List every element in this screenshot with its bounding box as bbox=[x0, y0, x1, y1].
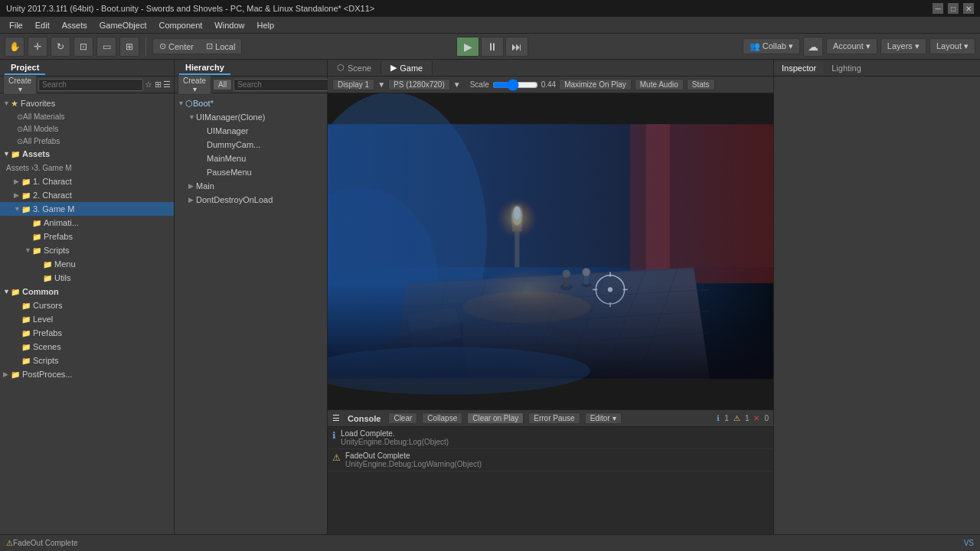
play-controls: ▶ ⏸ ⏭ bbox=[456, 37, 528, 57]
common-scripts[interactable]: 📁 Scripts bbox=[0, 354, 174, 367]
step-button[interactable]: ⏭ bbox=[505, 37, 528, 57]
inspector-content bbox=[774, 77, 980, 551]
project-tab[interactable]: Project bbox=[5, 61, 45, 75]
hierarchy-dummycam[interactable]: DummyCam... bbox=[175, 138, 327, 152]
maximize-button[interactable]: □ bbox=[948, 3, 959, 14]
project-search-input[interactable] bbox=[38, 79, 143, 91]
scene-tab[interactable]: ⬡ Scene bbox=[328, 61, 381, 74]
vs-icon: VS bbox=[964, 539, 974, 547]
assets-section-header[interactable]: ▼ 📁 Assets bbox=[0, 147, 174, 161]
assets-menu[interactable]: 📁 Menu bbox=[0, 257, 174, 271]
scale-slider[interactable] bbox=[492, 79, 538, 91]
resolution-button[interactable]: PS (980x551) bbox=[388, 79, 450, 90]
hierarchy-all-button[interactable]: All bbox=[213, 79, 232, 90]
assets-utils[interactable]: 📁 Utils bbox=[0, 271, 174, 285]
minimize-button[interactable]: ─ bbox=[933, 3, 943, 14]
common-scenes[interactable]: 📁 Scenes bbox=[0, 340, 174, 354]
hierarchy-dontdestroy[interactable]: ▶ DontDestroyOnLoad bbox=[175, 193, 327, 207]
close-button[interactable]: ✕ bbox=[963, 3, 974, 14]
lighting-tab[interactable]: Lighting bbox=[824, 62, 869, 74]
layout-dropdown[interactable]: Layout ▾ bbox=[929, 38, 975, 54]
common-cursors[interactable]: 📁 Cursors bbox=[0, 298, 174, 312]
hierarchy-tab[interactable]: Hierarchy bbox=[179, 61, 230, 75]
move-tool-button[interactable]: ✛ bbox=[28, 37, 47, 57]
assets-prefabs[interactable]: 📁 Prefabs bbox=[0, 230, 174, 243]
error-pause-button[interactable]: Error Pause bbox=[528, 412, 580, 424]
hand-tool-button[interactable]: ✋ bbox=[5, 37, 24, 57]
fav-all-materials[interactable]: ⊙ All Materials bbox=[0, 110, 174, 122]
fav-all-prefabs[interactable]: ⊙ All Prefabs bbox=[0, 135, 174, 147]
hierarchy-uimanager-clone[interactable]: ▼ UIManager(Clone) bbox=[175, 110, 327, 124]
menu-edit[interactable]: Edit bbox=[29, 19, 56, 31]
clear-button[interactable]: Clear bbox=[388, 412, 417, 424]
entry0-message: Load Complete. bbox=[341, 429, 449, 438]
editor-dropdown-button[interactable]: Editor ▾ bbox=[585, 412, 622, 424]
favorites-header[interactable]: ▼ ★ Favorites bbox=[0, 96, 174, 110]
layers-dropdown[interactable]: Layers ▾ bbox=[880, 38, 926, 54]
assets-scripts[interactable]: ▼ 📁 Scripts bbox=[0, 243, 174, 257]
rotate-tool-button[interactable]: ↻ bbox=[51, 37, 70, 57]
center-label: Center bbox=[168, 42, 194, 51]
display-button[interactable]: Display 1 bbox=[332, 79, 374, 90]
inspector-tab[interactable]: Inspector bbox=[774, 62, 824, 74]
scene-game-console: ⬡ Scene ▶ Game Display 1 ▼ PS (980x551)… bbox=[328, 60, 773, 551]
assets-1charact[interactable]: ▶ 📁 1. Charact bbox=[0, 174, 174, 188]
console-entry-1[interactable]: ⚠ FadeOut Complete UnityEngine.Debug:Log… bbox=[328, 449, 773, 471]
clear-on-play-button[interactable]: Clear on Play bbox=[467, 412, 524, 424]
collab-button[interactable]: 👥 Collab ▾ bbox=[743, 38, 800, 54]
menu-file[interactable]: File bbox=[3, 19, 29, 31]
scripts-folder-icon: 📁 bbox=[32, 246, 41, 255]
pause-button[interactable]: ⏸ bbox=[481, 37, 504, 57]
menu-component[interactable]: Component bbox=[152, 19, 208, 31]
project-tool-2[interactable]: ⊞ bbox=[154, 78, 162, 92]
maximize-on-play-button[interactable]: Maximize On Play bbox=[559, 79, 632, 90]
hierarchy-search-input[interactable] bbox=[234, 79, 338, 91]
menu-assets[interactable]: Assets bbox=[56, 19, 93, 31]
hierarchy-main[interactable]: ▶ Main bbox=[175, 179, 327, 193]
project-tool-1[interactable]: ☆ bbox=[145, 78, 152, 92]
local-icon: ⊡ bbox=[206, 41, 213, 51]
info-icon: ℹ bbox=[717, 414, 720, 422]
collapse-button[interactable]: Collapse bbox=[422, 412, 462, 424]
center-button[interactable]: ⊙ Center bbox=[153, 39, 200, 54]
hierarchy-mainmenu[interactable]: MainMenu bbox=[175, 152, 327, 165]
mute-audio-button[interactable]: Mute Audio bbox=[635, 79, 684, 90]
stats-button[interactable]: Stats bbox=[687, 79, 715, 90]
gamem-folder-icon: 📁 bbox=[21, 205, 31, 214]
status-bar: ⚠ FadeOut Complete VS bbox=[0, 534, 980, 551]
game-viewport[interactable] bbox=[328, 93, 773, 409]
assets-animati[interactable]: 📁 Animati... bbox=[0, 216, 174, 230]
assets-2charact[interactable]: ▶ 📁 2. Charact bbox=[0, 188, 174, 202]
entry0-detail: UnityEngine.Debug:Log(Object) bbox=[341, 438, 449, 446]
postprocess-item[interactable]: ▶ 📁 PostProces... bbox=[0, 367, 174, 381]
menu-window[interactable]: Window bbox=[208, 19, 250, 31]
hierarchy-content: ▼ ⬡ Boot* ▼ UIManager(Clone) UIManager bbox=[175, 93, 327, 551]
hierarchy-pausemenu[interactable]: PauseMenu bbox=[175, 165, 327, 179]
cloud-button[interactable]: ☁ bbox=[803, 37, 823, 57]
menu-help[interactable]: Help bbox=[250, 19, 280, 31]
common-section-header[interactable]: ▼ 📁 Common bbox=[0, 285, 174, 298]
rect-tool-button[interactable]: ▭ bbox=[96, 37, 116, 57]
local-button[interactable]: ⊡ Local bbox=[200, 39, 241, 54]
menu-gameobject[interactable]: GameObject bbox=[93, 19, 153, 31]
account-dropdown[interactable]: Account ▾ bbox=[826, 38, 877, 54]
transform-tool-button[interactable]: ⊞ bbox=[119, 37, 139, 57]
common-prefabs[interactable]: 📁 Prefabs bbox=[0, 326, 174, 340]
game-tab[interactable]: ▶ Game bbox=[381, 61, 433, 74]
common-level[interactable]: 📁 Level bbox=[0, 312, 174, 326]
scale-tool-button[interactable]: ⊡ bbox=[74, 37, 93, 57]
fav-all-models[interactable]: ⊙ All Models bbox=[0, 122, 174, 135]
play-button[interactable]: ▶ bbox=[456, 37, 479, 57]
create-button[interactable]: Create ▾ bbox=[3, 75, 37, 95]
hierarchy-panel-header: Hierarchy bbox=[175, 60, 327, 77]
assets-3gamem[interactable]: ▼ 📁 3. Game M bbox=[0, 202, 174, 216]
hierarchy-uimanager[interactable]: UIManager bbox=[175, 124, 327, 138]
console-entry-0[interactable]: ℹ Load Complete. UnityEngine.Debug:Log(O… bbox=[328, 427, 773, 449]
local-label: Local bbox=[215, 42, 235, 51]
project-tool-3[interactable]: ☰ bbox=[163, 78, 171, 92]
hierarchy-create-button[interactable]: Create ▾ bbox=[178, 75, 211, 95]
console-panel: ☰ Console Clear Collapse Clear on Play E… bbox=[328, 409, 773, 551]
fav-prefab-icon: ⊙ bbox=[17, 137, 23, 145]
animati-folder-icon: 📁 bbox=[32, 219, 41, 227]
hierarchy-boot[interactable]: ▼ ⬡ Boot* bbox=[175, 96, 327, 110]
